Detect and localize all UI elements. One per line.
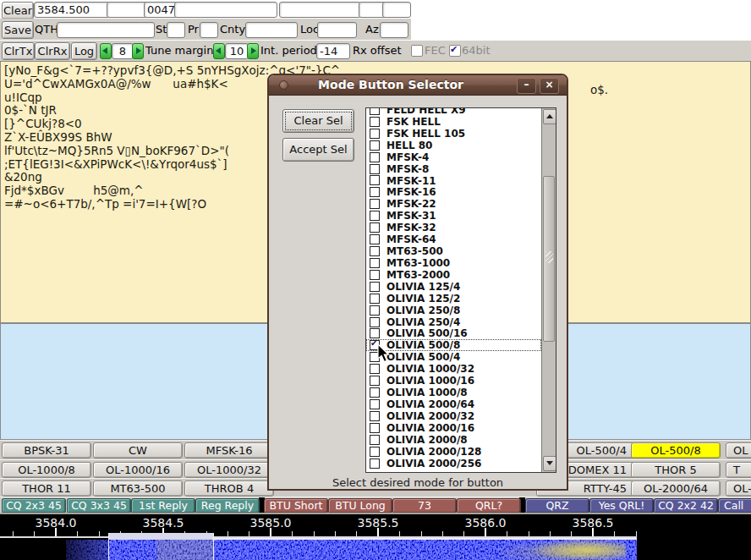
mode-list-item[interactable]: OLIVIA 2000/8 [366, 434, 541, 446]
mode-list-item[interactable]: OLIVIA 500/8 [366, 339, 541, 351]
64bit-checkbox[interactable] [449, 45, 461, 57]
dialog-titlebar[interactable]: Mode Button Selector – × [269, 75, 567, 96]
mode-button[interactable]: THOR 11 [2, 480, 91, 497]
macro-button[interactable]: CQ 2x3 45 [2, 498, 66, 513]
mode-button[interactable]: OL-1000/8 [2, 462, 91, 478]
log-field[interactable] [382, 2, 411, 18]
clrrx-button[interactable]: ClrRx [35, 42, 70, 60]
mode-item-checkbox[interactable] [370, 447, 380, 457]
mode-list-item[interactable]: MFSK-16 [366, 186, 541, 198]
mode-list-item[interactable]: OLIVIA 1000/32 [366, 363, 541, 375]
fec-checkbox[interactable] [411, 45, 423, 57]
mode-button[interactable]: CW [93, 442, 183, 458]
mode-list-item[interactable]: MFSK-4 [366, 151, 541, 163]
int-period-increment-icon[interactable] [247, 43, 259, 59]
mode-list-item[interactable]: MFSK-22 [366, 198, 541, 210]
tune-margin-value[interactable]: 8 [112, 43, 134, 59]
mode-item-checkbox[interactable] [370, 270, 380, 280]
mode-list[interactable]: FELD HELL X9FSK HELLFSK HELL 105HELL 80M… [365, 107, 556, 473]
rx-offset-value[interactable]: -14 [316, 43, 350, 59]
mode-item-checkbox[interactable] [370, 387, 380, 398]
mode-list-item[interactable]: MFSK-32 [366, 222, 541, 233]
waterfall-panel[interactable]: 3584.03584.53585.03585.53586.03586.5 [0, 513, 751, 560]
macro-button[interactable]: QRL? [457, 498, 521, 513]
macro-button[interactable]: 1st Reply [131, 498, 195, 513]
scroll-up-icon[interactable] [543, 109, 556, 124]
mode-list-item[interactable]: OLIVIA 250/8 [366, 305, 541, 316]
loc-field[interactable] [317, 22, 357, 38]
qth-field[interactable] [57, 22, 155, 38]
save-button[interactable]: Save [2, 21, 34, 39]
mode-button[interactable]: THROB 4 [184, 480, 274, 497]
mode-item-checkbox[interactable] [370, 222, 380, 233]
mode-button[interactable]: MFSK-16 [184, 442, 274, 458]
mode-button[interactable]: OL-1000/16 [93, 462, 183, 478]
mode-item-checkbox[interactable] [370, 458, 380, 469]
mode-list-item[interactable]: OLIVIA 250/4 [366, 316, 541, 328]
cnty-field[interactable] [245, 22, 298, 38]
mode-item-checkbox[interactable] [370, 435, 380, 445]
mode-button[interactable]: BPSK-31 [2, 442, 91, 458]
int-period-value[interactable]: 10 [225, 43, 249, 59]
mode-list-item[interactable]: MT63-500 [366, 245, 541, 257]
scrollbar-thumb[interactable] [543, 176, 555, 342]
mode-item-checkbox[interactable] [370, 317, 380, 327]
log-field[interactable] [174, 2, 277, 18]
accept-sel-button[interactable]: Accept Sel [282, 138, 354, 162]
mode-item-checkbox[interactable] [370, 399, 380, 409]
macro-button[interactable]: CQ 3x3 45 [67, 498, 131, 513]
log-field[interactable] [279, 2, 361, 18]
mode-item-checkbox[interactable] [370, 187, 380, 197]
mode-list-item[interactable]: FSK HELL [366, 116, 541, 128]
mode-item-checkbox[interactable] [370, 282, 380, 292]
st-field[interactable] [167, 22, 185, 38]
macro-button[interactable]: BTU Short [264, 498, 328, 513]
mode-button[interactable]: THOR 5 [631, 462, 721, 478]
log-field[interactable] [107, 2, 148, 18]
mode-item-checkbox[interactable] [370, 164, 380, 174]
minimize-icon[interactable]: – [517, 78, 536, 94]
mode-item-checkbox[interactable] [370, 411, 380, 421]
macro-button[interactable]: CQ 2x2 42 [654, 498, 718, 513]
mode-list-item[interactable]: MFSK-8 [366, 163, 541, 175]
mode-list-item[interactable]: OLIVIA 125/2 [366, 293, 541, 305]
mode-item-checkbox[interactable] [370, 258, 380, 268]
mode-item-checkbox[interactable] [370, 129, 380, 139]
mode-item-checkbox[interactable] [370, 234, 380, 244]
mode-button[interactable]: OL-500/8 [631, 442, 721, 458]
mode-item-checkbox[interactable] [370, 107, 380, 115]
mode-list-scrollbar[interactable] [541, 108, 556, 472]
macro-button[interactable]: QRZ [525, 498, 589, 513]
mode-list-item[interactable]: HELL 80 [366, 140, 541, 151]
clrtx-button[interactable]: ClrTx [2, 42, 35, 60]
mode-button[interactable]: OL-2 [726, 480, 751, 497]
pr-field[interactable] [200, 22, 218, 38]
mode-button[interactable]: T [726, 462, 751, 478]
macro-button[interactable]: Yes QRL! [589, 498, 654, 513]
mode-list-item[interactable]: OLIVIA 1000/16 [366, 375, 541, 387]
mode-item-checkbox[interactable] [370, 294, 380, 304]
mode-list-item[interactable]: MFSK-31 [366, 210, 541, 222]
mode-item-checkbox[interactable] [370, 117, 380, 127]
mode-list-item[interactable]: OLIVIA 2000/32 [366, 410, 541, 422]
log-field[interactable]: 0047 [144, 2, 178, 18]
mode-list-item[interactable]: FSK HELL 105 [366, 128, 541, 140]
macro-button[interactable]: Call [718, 498, 751, 513]
mode-item-checkbox[interactable] [370, 140, 380, 151]
mode-list-item[interactable]: OLIVIA 2000/16 [366, 422, 541, 434]
macro-button[interactable]: BTU Long [328, 498, 392, 513]
mode-item-checkbox[interactable] [370, 152, 380, 162]
mode-list-item[interactable]: OLIVIA 500/16 [366, 328, 541, 340]
az-field[interactable] [380, 22, 408, 38]
mode-button[interactable]: MT63-500 [93, 480, 183, 497]
int-period-decrement-icon[interactable] [213, 43, 225, 59]
mode-button[interactable]: OL-2000/64 [631, 480, 721, 497]
mode-item-checkbox[interactable] [370, 199, 380, 209]
scroll-down-icon[interactable] [543, 456, 556, 471]
mode-list-item[interactable]: MT63-1000 [366, 257, 541, 269]
mode-list-item[interactable]: MFSK-11 [366, 175, 541, 187]
log-field[interactable]: 3584.500 [34, 2, 110, 18]
mode-item-checkbox[interactable] [370, 246, 380, 256]
mode-list-item[interactable]: OLIVIA 2000/128 [366, 446, 541, 458]
mode-item-checkbox[interactable] [370, 211, 380, 221]
